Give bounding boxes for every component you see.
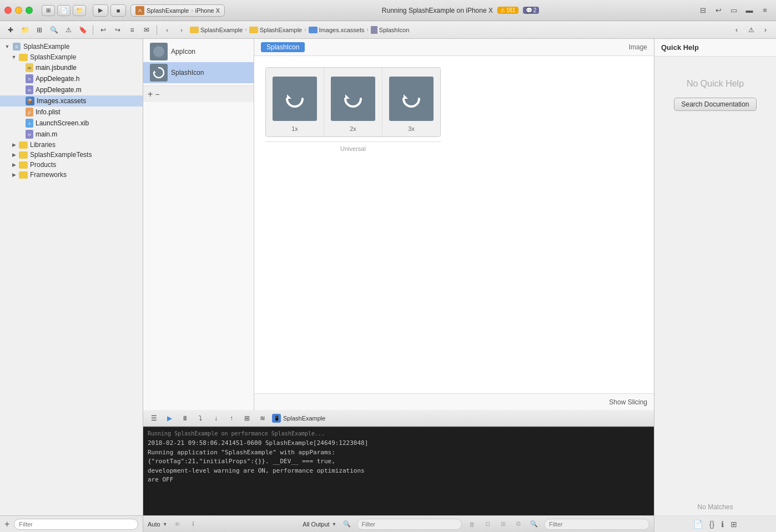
search-btn[interactable]: 🔍 xyxy=(48,24,60,36)
debug-play-btn[interactable]: ▶ xyxy=(163,412,175,424)
svg-marker-3 xyxy=(154,70,156,73)
remove-asset-btn[interactable]: − xyxy=(155,90,159,98)
list-btn[interactable]: ≡ xyxy=(126,24,138,36)
layout-icon[interactable]: ⊞ xyxy=(730,520,737,529)
sidebar-label-project: SplashExample xyxy=(23,43,69,50)
info-btn[interactable]: ℹ xyxy=(188,519,199,530)
next-btn[interactable]: › xyxy=(759,24,772,36)
images-row: 1x xyxy=(265,67,441,137)
image-slot-2x[interactable]: 2x xyxy=(324,68,382,136)
stop-button[interactable]: ■ xyxy=(110,4,126,17)
h-file-icon: h xyxy=(26,74,33,83)
warning-nav-btn[interactable]: ⚠ xyxy=(745,24,757,36)
debug-memory-btn[interactable]: ≋ xyxy=(256,412,269,424)
open-btn[interactable]: 📁 xyxy=(73,5,86,16)
asset-tab-splashicon[interactable]: SplashIcon xyxy=(261,42,305,52)
debug-toolbar: ☰ ▶ ⏸ ⤵ ↓ ↑ ⊞ ≋ 📱 SplashExample xyxy=(143,410,654,427)
sidebar-item-mainjsbundle[interactable]: m main.jsbundle xyxy=(0,62,143,73)
trash-btn[interactable]: 🗑 xyxy=(466,519,477,530)
grid-log-btn[interactable]: ⊞ xyxy=(497,519,508,530)
folder-icon-2 xyxy=(249,27,258,33)
sidebar-filter-input[interactable] xyxy=(14,519,138,530)
asset-item-appicon[interactable]: AppIcon xyxy=(143,41,254,62)
grid-view-btn[interactable]: ⊟ xyxy=(696,5,709,16)
asset-item-splashicon[interactable]: SplashIcon xyxy=(143,62,254,83)
debug-step-over-btn[interactable]: ⤵ xyxy=(194,412,206,424)
refresh-btn[interactable]: ↩ xyxy=(712,5,725,16)
asset-tab-bar: SplashIcon Image xyxy=(254,39,654,56)
split-view-btn[interactable]: ⊡ xyxy=(482,519,493,530)
inspector-btn[interactable]: ‹ xyxy=(730,24,743,36)
search-documentation-btn[interactable]: Search Documentation xyxy=(674,98,756,111)
layout-split-btn[interactable]: ▬ xyxy=(743,5,756,16)
log-line-2: 2018-02-21 09:58:06.241451-0600 SplashEx… xyxy=(148,439,649,448)
breadcrumb-item-1[interactable]: SplashExample xyxy=(190,27,243,33)
quick-help-header: Quick Help xyxy=(654,39,776,57)
new-file-btn[interactable]: 📄 xyxy=(57,5,70,16)
sidebar-item-tests[interactable]: SplashExampleTests xyxy=(0,150,143,160)
warning-badge[interactable]: ⚠ 161 xyxy=(497,7,518,14)
sidebar-label-xcassets: Images.xcassets xyxy=(37,97,86,105)
filter-icon-log: 🔍 xyxy=(341,519,352,530)
redo-btn[interactable]: ↪ xyxy=(112,24,124,36)
grid-btn[interactable]: ⊞ xyxy=(33,24,46,36)
sidebar-item-appdelegateh[interactable]: h AppDelegate.h xyxy=(0,73,143,84)
bookmark-btn[interactable]: 🔖 xyxy=(77,24,89,36)
settings-log-btn[interactable]: ⚙ xyxy=(513,519,524,530)
sidebar-item-xcassets[interactable]: 📦 Images.xcassets xyxy=(0,95,143,107)
log-filter-input-2[interactable] xyxy=(544,519,649,530)
asset-item-splashicon-label: SplashIcon xyxy=(171,69,204,77)
info-circle-icon[interactable]: ℹ xyxy=(721,520,724,529)
sidebar-toggle-btn[interactable]: ⊞ xyxy=(42,5,55,16)
breadcrumb-item-3[interactable]: Images.xcassets xyxy=(309,27,365,33)
layout-triple-btn[interactable]: ≡ xyxy=(758,5,772,16)
scheme-selector[interactable]: A SplashExample › iPhone X xyxy=(130,4,225,17)
debug-view-btn[interactable]: ⊞ xyxy=(241,412,253,424)
minimize-button[interactable] xyxy=(15,7,22,14)
image-slot-1x[interactable]: 1x xyxy=(266,68,324,136)
debug-step-in-btn[interactable]: ↓ xyxy=(210,412,222,424)
doc-icon[interactable]: 📄 xyxy=(693,520,703,529)
sidebar-item-products[interactable]: Products xyxy=(0,160,143,170)
sidebar-item-appdelegatem[interactable]: m AppDelegate.m xyxy=(0,84,143,95)
debug-pause-btn[interactable]: ⏸ xyxy=(179,412,191,424)
undo-btn[interactable]: ↩ xyxy=(97,24,109,36)
add-item-btn[interactable]: + xyxy=(4,519,9,529)
sidebar-item-infoplist[interactable]: p Info.plist xyxy=(0,107,143,118)
debug-step-out-btn[interactable]: ↑ xyxy=(225,412,238,424)
eye-btn[interactable]: 👁 xyxy=(172,519,183,530)
sidebar-item-group-splashexample[interactable]: SplashExample xyxy=(0,52,143,62)
breadcrumb-item-2[interactable]: SplashExample xyxy=(249,27,302,33)
close-button[interactable] xyxy=(4,7,12,14)
show-slicing-btn[interactable]: Show Slicing xyxy=(609,398,647,406)
layout-single-btn[interactable]: ▭ xyxy=(727,5,740,16)
image-label-2x: 2x xyxy=(350,125,356,132)
forward-btn[interactable]: › xyxy=(175,24,188,36)
play-button[interactable]: ▶ xyxy=(93,4,108,17)
image-slot-3x[interactable]: 3x xyxy=(382,68,440,136)
log-filter-input[interactable] xyxy=(357,519,462,530)
braces-icon[interactable]: {} xyxy=(709,520,714,529)
error-icon: 💬 xyxy=(526,7,532,13)
folder-btn[interactable]: 📁 xyxy=(19,24,31,36)
right-panel-filler xyxy=(654,292,776,499)
folder-icon-tests xyxy=(19,151,28,159)
debug-sidebar-btn[interactable]: ☰ xyxy=(148,412,160,424)
svg-point-2 xyxy=(153,46,164,57)
m-file-icon-2: m xyxy=(26,130,33,139)
sidebar-item-project[interactable]: S SplashExample xyxy=(0,41,143,52)
maximize-button[interactable] xyxy=(26,7,33,14)
breadcrumb-item-4[interactable]: SplashIcon xyxy=(371,26,409,34)
error-badge[interactable]: 💬 2 xyxy=(523,7,540,14)
add-asset-btn[interactable]: + xyxy=(148,90,153,99)
sidebar-item-frameworks[interactable]: Frameworks xyxy=(0,170,143,180)
sidebar-item-libraries[interactable]: Libraries xyxy=(0,140,143,150)
sidebar-item-mainm[interactable]: m main.m xyxy=(0,129,143,140)
mail-btn[interactable]: ✉ xyxy=(140,24,153,36)
sidebar-item-launchscreen[interactable]: x LaunchScreen.xib xyxy=(0,118,143,129)
warning-filter-btn[interactable]: ⚠ xyxy=(62,24,74,36)
svg-marker-4 xyxy=(287,94,291,99)
add-btn[interactable]: ✚ xyxy=(4,24,17,36)
titlebar-right: ⊟ ↩ ▭ ▬ ≡ xyxy=(696,5,772,16)
back-btn[interactable]: ‹ xyxy=(161,24,173,36)
